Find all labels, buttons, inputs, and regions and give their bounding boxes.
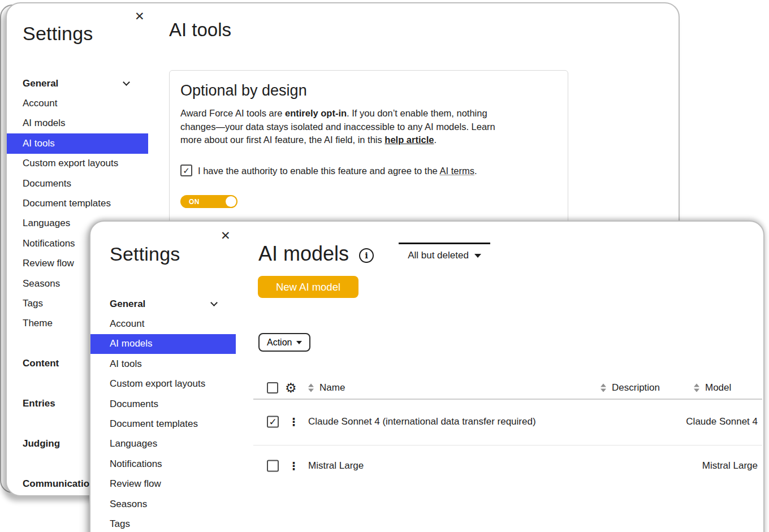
sort-description-icon[interactable] (600, 384, 606, 392)
sidebar-item-ai-models[interactable]: AI models (90, 334, 236, 354)
table-header-divider (253, 399, 762, 400)
select-all-checkbox[interactable] (267, 382, 278, 393)
check-icon: ✓ (183, 166, 190, 176)
sidebar-item-documents[interactable]: Documents (90, 394, 236, 414)
model-name-cell: Claude Sonnet 4 (international data tran… (308, 416, 536, 427)
view-filter-dropdown[interactable]: All but deleted (399, 243, 490, 261)
sidebar-item-custom-export-layouts[interactable]: Custom export layouts (7, 154, 148, 174)
card-heading: Optional by design (180, 82, 307, 100)
sort-name-icon[interactable] (308, 384, 314, 392)
sidebar-item-ai-tools[interactable]: AI tools (7, 133, 148, 153)
ai-tools-toggle[interactable]: ON (180, 195, 237, 208)
kebab-menu-icon[interactable]: ⋮ (288, 417, 299, 427)
sidebar-item-ai-tools[interactable]: AI tools (90, 354, 236, 374)
model-value-cell: Claude Sonnet 4 (686, 416, 758, 427)
table-row[interactable]: ✓ ⋮ Claude Sonnet 4 (international data … (253, 408, 762, 435)
toggle-knob (226, 196, 236, 207)
modal-title: Settings (23, 23, 93, 45)
table-header-row: ⚙ Name Description Model (253, 377, 762, 399)
sidebar-item-notifications[interactable]: Notifications (90, 454, 236, 474)
toggle-on-label: ON (189, 198, 200, 206)
sidebar-item-account[interactable]: Account (90, 314, 236, 334)
sidebar-item-languages[interactable]: Languages (90, 434, 236, 454)
sidebar-item-document-templates[interactable]: Document templates (7, 193, 148, 213)
new-ai-model-button[interactable]: New AI model (258, 276, 358, 298)
chevron-down-icon (210, 299, 218, 306)
sidebar-item-tags[interactable]: Tags (90, 514, 236, 532)
row-checkbox[interactable]: ✓ (267, 416, 279, 428)
sidebar-item-account[interactable]: Account (7, 93, 148, 113)
check-icon: ✓ (269, 416, 277, 428)
table-row[interactable]: ⋮ Mistral Large Mistral Large (253, 452, 762, 479)
column-header-name[interactable]: Name (319, 382, 345, 393)
help-article-link[interactable]: help article (384, 135, 434, 145)
sidebar-item-seasons[interactable]: Seasons (90, 494, 236, 514)
model-name-cell: Mistral Large (308, 460, 364, 472)
card-paragraph: Award Force AI tools are entirely opt-in… (180, 107, 497, 147)
agree-label: I have the authority to enable this feat… (198, 165, 503, 178)
action-dropdown-button[interactable]: Action (258, 333, 310, 352)
info-icon[interactable]: i (359, 248, 374, 263)
kebab-menu-icon[interactable]: ⋮ (288, 461, 299, 472)
caret-down-icon (474, 254, 481, 258)
ai-terms-link[interactable]: AI terms (439, 166, 474, 176)
row-checkbox[interactable] (267, 460, 279, 472)
agree-checkbox[interactable]: ✓ (180, 165, 192, 176)
sidebar-item-documents[interactable]: Documents (7, 174, 148, 193)
settings-modal-ai-models: ✕ Settings General Account AI models AI … (89, 220, 764, 532)
sidebar-section-general[interactable]: General (90, 294, 236, 314)
sidebar-item-review-flow[interactable]: Review flow (90, 474, 236, 494)
gear-icon[interactable]: ⚙ (285, 382, 297, 395)
chevron-down-icon (123, 79, 130, 86)
column-header-description[interactable]: Description (612, 382, 660, 393)
close-icon[interactable]: ✕ (221, 230, 231, 241)
sidebar-section-general[interactable]: General (7, 73, 148, 93)
view-filter-label: All but deleted (408, 250, 469, 261)
page-title: AI models (258, 242, 349, 266)
column-header-model[interactable]: Model (705, 382, 731, 393)
table-row-divider (253, 445, 762, 446)
modal-title: Settings (110, 243, 180, 265)
page-title: AI tools (169, 19, 665, 41)
close-icon[interactable]: ✕ (135, 10, 145, 22)
sidebar-item-ai-models[interactable]: AI models (7, 114, 148, 133)
sidebar-item-custom-export-layouts[interactable]: Custom export layouts (90, 374, 236, 394)
caret-down-icon (296, 341, 302, 344)
settings-sidebar: General Account AI models AI tools Custo… (90, 294, 236, 532)
model-value-cell: Mistral Large (702, 460, 758, 472)
sidebar-item-document-templates[interactable]: Document templates (90, 414, 236, 434)
sort-model-icon[interactable] (694, 384, 699, 392)
